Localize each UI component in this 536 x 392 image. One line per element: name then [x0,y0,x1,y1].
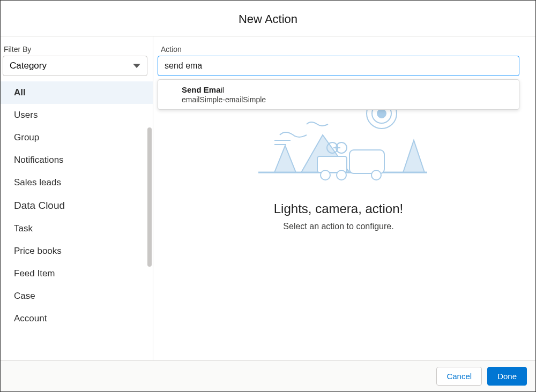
svg-point-2 [377,109,386,118]
action-autocomplete: Send Email emailSimple-emailSimple [158,79,519,110]
sidebar-item-sales-leads[interactable]: Sales leads [1,171,153,194]
sidebar-item-case[interactable]: Case [1,285,153,307]
sidebar-item-task[interactable]: Task [1,217,153,240]
autocomplete-item-subtitle: emailSimple-emailSimple [182,95,495,104]
action-search-input[interactable] [158,56,519,76]
category-select-value: Category [10,61,47,71]
sidebar-item-data-cloud[interactable]: Data Cloud [1,194,153,217]
svg-marker-4 [403,140,425,172]
svg-rect-9 [349,150,384,174]
sidebar-item-users[interactable]: Users [1,104,153,126]
dialog-title: New Action [1,1,535,36]
done-button[interactable]: Done [487,367,527,386]
main-panel: Action Send Email emailSimple-emailSimpl… [153,36,535,363]
autocomplete-item-send-email[interactable]: Send Email emailSimple-emailSimple [158,80,519,109]
sidebar: Filter By Category All Users Group Notif… [1,36,153,363]
svg-marker-3 [274,146,296,172]
svg-point-7 [321,170,330,180]
dialog-body: Filter By Category All Users Group Notif… [1,36,535,363]
empty-state-title: Lights, camera, action! [274,201,403,216]
sidebar-item-notifications[interactable]: Notifications [1,149,153,171]
sidebar-item-price-books[interactable]: Price books [1,240,153,262]
sidebar-scrollbar[interactable] [147,127,152,267]
empty-state-illustration: Lights, camera, action! Select an action… [158,92,519,231]
dialog-footer: Cancel Done [1,360,535,391]
sidebar-item-feed-item[interactable]: Feed Item [1,262,153,285]
filter-by-label: Filter By [1,45,153,56]
autocomplete-item-label: Send Email [182,85,495,94]
svg-point-8 [337,170,346,180]
chevron-down-icon [133,64,140,68]
sidebar-item-all[interactable]: All [1,81,153,104]
sidebar-item-group[interactable]: Group [1,126,153,149]
autocomplete-match-bold: Send Ema [182,85,221,94]
category-select[interactable]: Category [3,56,147,76]
empty-state-subtitle: Select an action to configure. [283,222,393,231]
cancel-button[interactable]: Cancel [436,367,482,386]
svg-point-10 [371,170,381,180]
action-field-label: Action [161,45,519,54]
sidebar-item-account[interactable]: Account [1,307,153,330]
autocomplete-match-rest: il [221,85,225,94]
category-list: All Users Group Notifications Sales lead… [1,81,153,330]
